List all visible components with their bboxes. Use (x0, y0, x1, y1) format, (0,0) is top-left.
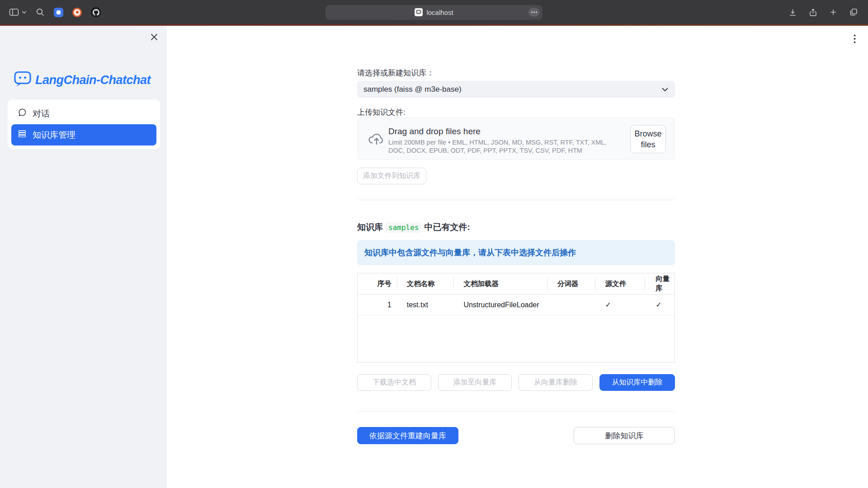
sidebar-item-knowledge-base[interactable]: 知识库管理 (11, 124, 156, 145)
col-header-doc-name[interactable]: 文档名称 (397, 273, 454, 294)
cell-doc-name: test.txt (397, 295, 454, 315)
kb-select-value: samples (faiss @ m3e-base) (363, 85, 462, 94)
sidebar-item-label: 知识库管理 (33, 129, 75, 141)
kb-name-code: samples (386, 222, 421, 233)
col-header-vector-store[interactable]: 向量库 (645, 273, 675, 294)
upload-label: 上传知识文件: (357, 107, 675, 117)
cell-vector-store-check: ✓ (645, 295, 675, 315)
add-files-to-kb-button[interactable]: 添加文件到知识库 (357, 168, 426, 184)
logo-chat-icon (14, 70, 32, 89)
kb-files-heading: 知识库 samples 中已有文件: (357, 221, 675, 233)
col-header-source-file[interactable]: 源文件 (595, 273, 645, 294)
chat-bubble-icon (18, 108, 27, 119)
pinned-target-app-icon[interactable] (72, 8, 82, 17)
site-favicon (415, 8, 423, 16)
col-header-loader[interactable]: 文档加载器 (453, 273, 547, 294)
files-table: 序号 文档名称 文档加载器 分词器 源文件 向量库 1 test.txt Uns… (357, 273, 675, 363)
kebab-menu-icon (854, 34, 856, 43)
info-banner: 知识库中包含源文件与向量库，请从下表中选择文件后操作 (357, 240, 675, 265)
download-selected-button[interactable]: 下载选中文档 (357, 374, 431, 391)
col-header-index[interactable]: 序号 (358, 273, 397, 294)
pinned-blue-app-icon[interactable] (54, 8, 63, 17)
kb-select[interactable]: samples (faiss @ m3e-base) (357, 81, 675, 98)
file-dropzone[interactable]: Drag and drop files here Limit 200MB per… (357, 117, 675, 160)
dropzone-title: Drag and drop files here (388, 127, 481, 136)
url-text: localhost (426, 9, 453, 16)
divider (357, 411, 675, 412)
rebuild-vector-store-button[interactable]: 依据源文件重建向量库 (357, 427, 458, 444)
tab-overview-icon[interactable] (849, 8, 858, 17)
logo-text: LangChain-Chatchat (35, 73, 151, 87)
new-tab-icon[interactable] (829, 8, 837, 16)
dropzone-limits: Limit 200MB per file • EML, HTML, JSON, … (388, 139, 622, 155)
more-options-icon[interactable] (528, 8, 539, 17)
app-logo: LangChain-Chatchat (14, 70, 151, 89)
sidebar-item-chat[interactable]: 对话 (11, 103, 156, 124)
remove-from-vector-store-button[interactable]: 从向量库删除 (519, 374, 593, 391)
main-area: 请选择或新建知识库： samples (faiss @ m3e-base) 上传… (167, 26, 868, 488)
github-icon[interactable] (91, 7, 101, 17)
table-header-row: 序号 文档名称 文档加载器 分词器 源文件 向量库 (358, 273, 675, 295)
close-sidebar-button[interactable] (148, 31, 160, 44)
share-icon[interactable] (809, 8, 817, 17)
delete-from-kb-button[interactable]: 从知识库中删除 (599, 374, 675, 391)
select-chevron-icon (661, 87, 669, 92)
sidebar-toggle-icon[interactable] (9, 8, 19, 16)
heading-suffix: 中已有文件: (424, 221, 470, 233)
cloud-upload-icon (368, 131, 386, 148)
cell-source-file-check: ✓ (595, 295, 645, 315)
heading-prefix: 知识库 (357, 221, 383, 233)
sidebar: LangChain-Chatchat 对话 知识库管理 (0, 26, 167, 488)
sidebar-menu: 对话 知识库管理 (8, 99, 160, 149)
app-menu-button[interactable] (848, 32, 861, 46)
kb-select-label: 请选择或新建知识库： (357, 68, 675, 78)
cell-index: 1 (358, 295, 397, 315)
cell-splitter (547, 295, 595, 315)
sidebar-item-label: 对话 (33, 108, 50, 120)
add-to-vector-store-button[interactable]: 添加至向量库 (438, 374, 512, 391)
knowledge-base-icon (18, 129, 27, 141)
kb-bottom-buttons: 依据源文件重建向量库 删除知识库 (357, 427, 675, 444)
table-row[interactable]: 1 test.txt UnstructuredFileLoader ✓ ✓ (358, 295, 675, 315)
col-header-splitter[interactable]: 分词器 (547, 273, 595, 294)
cell-loader: UnstructuredFileLoader (453, 295, 547, 315)
browser-toolbar: localhost (0, 0, 868, 24)
url-bar[interactable]: localhost (326, 5, 542, 20)
divider (357, 200, 675, 200)
close-icon (150, 33, 158, 42)
chevron-down-icon[interactable] (22, 10, 27, 14)
info-text: 知识库中包含源文件与向量库，请从下表中选择文件后操作 (364, 247, 576, 258)
browse-files-button[interactable]: Browse files (630, 125, 666, 153)
search-icon[interactable] (36, 8, 45, 17)
delete-kb-button[interactable]: 删除知识库 (574, 427, 675, 444)
download-icon[interactable] (788, 8, 797, 17)
file-action-buttons: 下载选中文档 添加至向量库 从向量库删除 从知识库中删除 (357, 374, 675, 391)
